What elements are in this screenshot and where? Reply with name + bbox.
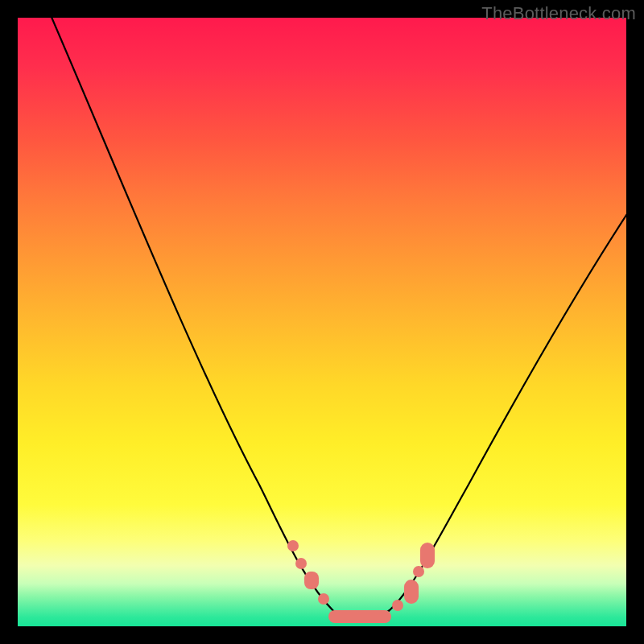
bottleneck-curve bbox=[48, 18, 626, 621]
svg-rect-6 bbox=[404, 580, 419, 604]
chart-frame: TheBottleneck.com bbox=[0, 0, 644, 644]
svg-point-5 bbox=[392, 600, 403, 611]
svg-point-3 bbox=[318, 593, 329, 605]
plot-area bbox=[18, 18, 626, 626]
svg-rect-8 bbox=[420, 543, 435, 568]
svg-rect-4 bbox=[328, 610, 391, 623]
watermark-text: TheBottleneck.com bbox=[481, 3, 636, 24]
svg-rect-2 bbox=[304, 572, 319, 589]
curve-layer bbox=[18, 18, 626, 626]
svg-point-1 bbox=[295, 558, 307, 569]
svg-point-7 bbox=[413, 566, 424, 577]
svg-point-0 bbox=[287, 540, 299, 551]
highlight-markers bbox=[287, 540, 435, 623]
